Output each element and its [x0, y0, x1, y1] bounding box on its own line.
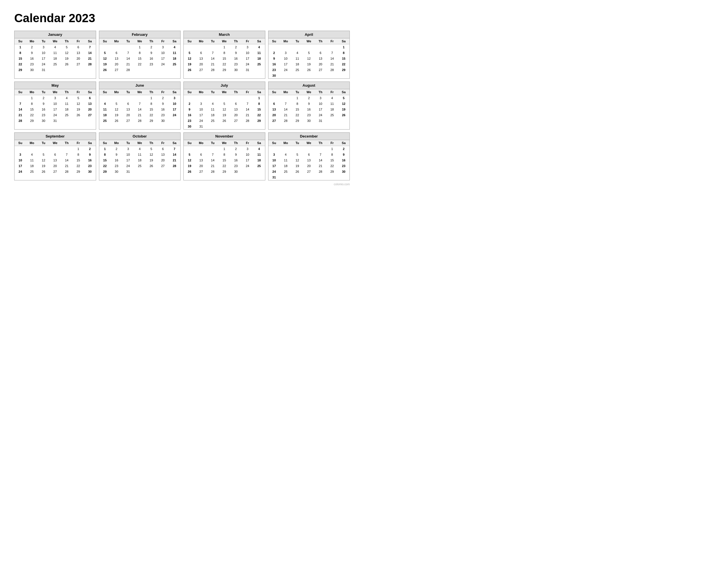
calendar-day: 11 — [253, 50, 265, 56]
day-header-mo: Mo — [280, 89, 291, 95]
calendar-day: 31 — [242, 67, 253, 73]
calendar-day: 28 — [15, 118, 26, 124]
calendar-day — [134, 169, 146, 175]
calendar-day: 30 — [230, 169, 242, 175]
day-header-sa: Sa — [169, 89, 180, 95]
calendar-day: 3 — [242, 146, 253, 152]
calendar-day — [338, 175, 349, 180]
calendar-day — [134, 95, 146, 101]
calendar-day: 1 — [218, 44, 230, 50]
calendar-day: 2 — [184, 101, 195, 107]
calendar-day: 4 — [134, 146, 146, 152]
calendar-day: 9 — [268, 56, 280, 61]
calendar-day: 21 — [315, 163, 326, 169]
calendar-day: 15 — [218, 56, 230, 61]
calendar-day: 23 — [230, 163, 242, 169]
calendar-day: 12 — [184, 157, 195, 163]
calendar-day: 22 — [73, 163, 84, 169]
calendar-day — [253, 67, 265, 73]
calendar-day: 16 — [230, 56, 242, 61]
calendar-day: 24 — [169, 112, 180, 118]
calendar-day: 3 — [195, 101, 207, 107]
calendar-day: 3 — [280, 50, 291, 56]
calendar-day: 19 — [111, 112, 122, 118]
calendar-day: 13 — [268, 107, 280, 112]
calendar-day: 31 — [268, 175, 280, 180]
calendar-day — [280, 73, 291, 78]
calendar-day: 29 — [218, 67, 230, 73]
calendar-day: 29 — [15, 67, 26, 73]
calendar-day: 1 — [326, 146, 338, 152]
calendar-day: 16 — [84, 157, 96, 163]
day-header-th: Th — [315, 38, 326, 44]
calendar-day: 25 — [253, 163, 265, 169]
calendar-day: 25 — [169, 61, 180, 67]
calendar-day: 13 — [230, 107, 242, 112]
calendar-day: 30 — [338, 169, 349, 175]
calendar-day — [242, 169, 253, 175]
calendar-day — [326, 73, 338, 78]
month-title: October — [99, 133, 181, 140]
calendar-day: 5 — [146, 146, 157, 152]
calendar-day — [303, 175, 315, 180]
calendar-day: 14 — [207, 157, 219, 163]
calendar-day — [315, 73, 326, 78]
day-header-sa: Sa — [338, 89, 349, 95]
calendar-day: 28 — [326, 67, 338, 73]
calendar-day: 7 — [169, 146, 180, 152]
calendar-day: 2 — [146, 44, 157, 50]
calendar-day: 30 — [230, 67, 242, 73]
day-header-tu: Tu — [122, 140, 134, 146]
day-header-fr: Fr — [242, 89, 253, 95]
calendar-day: 22 — [253, 112, 265, 118]
calendar-day: 3 — [157, 44, 169, 50]
day-header-th: Th — [230, 140, 242, 146]
calendar-day: 24 — [122, 163, 134, 169]
day-header-tu: Tu — [207, 140, 219, 146]
day-header-tu: Tu — [38, 140, 49, 146]
calendar-day: 6 — [84, 95, 96, 101]
calendar-day — [242, 124, 253, 129]
calendar-day — [184, 44, 195, 50]
calendar-day: 7 — [242, 101, 253, 107]
calendar-day — [99, 44, 111, 50]
calendar-day: 1 — [99, 146, 111, 152]
calendar-day: 30 — [184, 124, 195, 129]
day-header-sa: Sa — [338, 38, 349, 44]
calendar-day: 24 — [242, 61, 253, 67]
calendar-day: 23 — [146, 61, 157, 67]
calendar-day — [338, 118, 349, 124]
calendar-day: 10 — [280, 56, 291, 61]
calendar-day: 1 — [146, 95, 157, 101]
day-header-sa: Sa — [169, 38, 180, 44]
day-header-mo: Mo — [111, 38, 122, 44]
calendar-day: 12 — [146, 152, 157, 157]
calendar-day: 23 — [84, 163, 96, 169]
calendar-day — [26, 146, 38, 152]
calendar-day: 11 — [26, 157, 38, 163]
calendar-day: 12 — [38, 157, 49, 163]
calendar-day: 15 — [338, 56, 349, 61]
calendar-day: 2 — [268, 50, 280, 56]
calendar-day — [230, 124, 242, 129]
calendar-day: 28 — [169, 163, 180, 169]
calendar-day: 10 — [315, 101, 326, 107]
calendar-day — [184, 146, 195, 152]
calendar-day: 25 — [134, 163, 146, 169]
calendar-day: 9 — [84, 152, 96, 157]
calendar-day: 23 — [268, 67, 280, 73]
day-header-sa: Sa — [253, 38, 265, 44]
calendar-day — [291, 175, 303, 180]
calendar-day — [146, 169, 157, 175]
calendar-day: 12 — [184, 56, 195, 61]
calendar-day: 10 — [38, 50, 49, 56]
day-header-fr: Fr — [157, 140, 169, 146]
month-title: June — [99, 82, 181, 89]
calendar-day: 12 — [218, 107, 230, 112]
day-header-we: We — [303, 140, 315, 146]
calendar-day: 27 — [111, 67, 122, 73]
calendar-day: 27 — [49, 169, 61, 175]
calendar-day: 8 — [15, 50, 26, 56]
month-july: JulySuMoTuWeThFrSa1234567891011121314151… — [183, 82, 265, 130]
calendar-day: 3 — [268, 152, 280, 157]
